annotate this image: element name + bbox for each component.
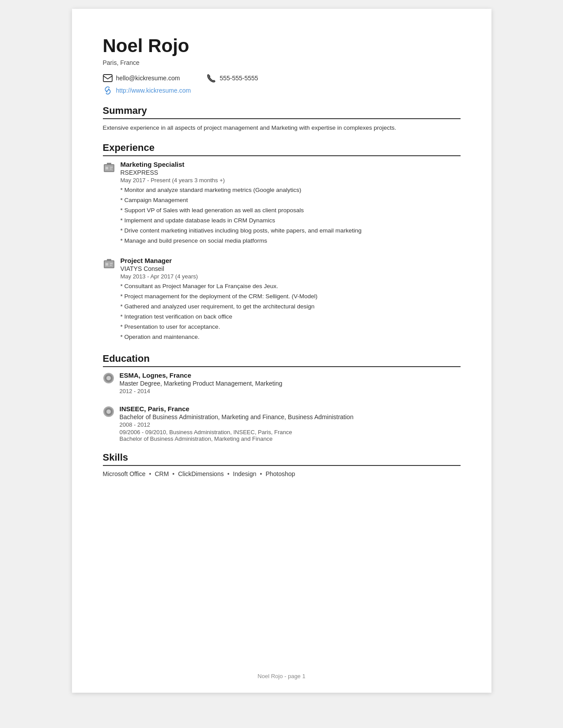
school-degree-2: Bachelor of Business Administration, Mar… <box>120 413 461 420</box>
school-content-1: ESMA, Lognes, France Master Degree, Mark… <box>120 372 461 395</box>
job-icon-1 <box>103 161 115 174</box>
location: Paris, France <box>103 59 461 66</box>
website-link[interactable]: http://www.kickresume.com <box>116 87 191 94</box>
experience-title: Experience <box>103 142 461 156</box>
skills-list: Microsoft Office • CRM • ClickDimensions… <box>103 470 461 477</box>
svg-rect-5 <box>106 167 108 169</box>
school-item-2: INSEEC, Paris, France Bachelor of Busine… <box>103 405 461 442</box>
footer-text: Noel Rojo - page 1 <box>257 673 305 679</box>
candidate-name: Noel Rojo <box>103 35 461 56</box>
contact-row-2: http://www.kickresume.com <box>103 86 461 95</box>
education-section: Education ESMA, Lognes, France Master De… <box>103 353 461 442</box>
job-company-1: RSEXPRESS <box>121 169 461 176</box>
skill-2: CRM <box>155 470 169 477</box>
skill-dot-4: • <box>260 470 262 477</box>
summary-section: Summary Extensive experience in all aspe… <box>103 105 461 132</box>
phone-value: 555-555-5555 <box>219 75 258 82</box>
school-icon-2 <box>103 406 114 417</box>
school-item-1: ESMA, Lognes, France Master Degree, Mark… <box>103 372 461 395</box>
school-extra-2a: 09/2006 - 09/2010, Business Administrati… <box>120 429 461 435</box>
svg-rect-13 <box>110 265 112 266</box>
skill-1: Microsoft Office <box>103 470 146 477</box>
job-title-2: Project Manager <box>121 257 461 264</box>
page-footer: Noel Rojo - page 1 <box>72 673 491 679</box>
skills-title: Skills <box>103 452 461 466</box>
header-section: Noel Rojo Paris, France hello@kickresume… <box>103 35 461 95</box>
svg-point-16 <box>106 376 111 380</box>
email-value: hello@kickresume.com <box>116 75 180 82</box>
svg-rect-12 <box>110 263 113 264</box>
website-contact: http://www.kickresume.com <box>103 86 191 95</box>
skills-section: Skills Microsoft Office • CRM • ClickDim… <box>103 452 461 477</box>
job-content-2: Project Manager VIATYS Conseil May 2013 … <box>121 257 461 342</box>
school-dates-1: 2012 - 2014 <box>120 388 461 394</box>
email-contact: hello@kickresume.com <box>103 73 180 83</box>
link-icon <box>103 86 113 95</box>
svg-rect-10 <box>107 259 111 261</box>
svg-rect-6 <box>110 167 113 168</box>
school-extra-2b: Bachelor of Business Administration, Mar… <box>120 435 461 442</box>
skill-dot-3: • <box>227 470 230 477</box>
resume-page: Noel Rojo Paris, France hello@kickresume… <box>72 9 491 693</box>
email-icon <box>103 73 113 83</box>
job-icon-2 <box>103 258 115 270</box>
job-item-1: Marketing Specialist RSEXPRESS May 2017 … <box>103 161 461 246</box>
school-icon-1 <box>103 372 114 384</box>
svg-rect-7 <box>110 169 112 169</box>
school-name-1: ESMA, Lognes, France <box>120 372 461 379</box>
skill-4: Indesign <box>233 470 257 477</box>
svg-rect-4 <box>107 163 111 165</box>
job-company-2: VIATYS Conseil <box>121 265 461 272</box>
job-title-1: Marketing Specialist <box>121 161 461 168</box>
phone-contact: 555-555-5555 <box>206 73 258 83</box>
svg-rect-11 <box>106 263 108 266</box>
education-title: Education <box>103 353 461 367</box>
summary-text: Extensive experience in all aspects of p… <box>103 124 461 132</box>
school-name-2: INSEEC, Paris, France <box>120 405 461 413</box>
skill-3: ClickDimensions <box>178 470 223 477</box>
summary-title: Summary <box>103 105 461 119</box>
school-content-2: INSEEC, Paris, France Bachelor of Busine… <box>120 405 461 442</box>
phone-icon <box>206 73 216 83</box>
job-bullets-2: * Consultant as Project Manager for La F… <box>121 281 461 342</box>
skill-5: Photoshop <box>265 470 295 477</box>
school-degree-1: Master Degree, Marketing Product Managem… <box>120 380 461 387</box>
experience-section: Experience Marketing Specialist RSEXPRES… <box>103 142 461 342</box>
job-dates-2: May 2013 - Apr 2017 (4 years) <box>121 273 461 280</box>
svg-point-19 <box>106 409 111 414</box>
svg-line-1 <box>106 89 109 92</box>
skill-dot-1: • <box>149 470 151 477</box>
school-dates-2: 2008 - 2012 <box>120 421 461 428</box>
svg-rect-0 <box>103 75 112 82</box>
contact-row-1: hello@kickresume.com 555-555-5555 <box>103 73 461 83</box>
job-dates-1: May 2017 - Present (4 years 3 months +) <box>121 177 461 184</box>
job-content-1: Marketing Specialist RSEXPRESS May 2017 … <box>121 161 461 246</box>
job-item-2: Project Manager VIATYS Conseil May 2013 … <box>103 257 461 342</box>
skill-dot-2: • <box>172 470 174 477</box>
job-bullets-1: * Monitor and analyze standard marketing… <box>121 185 461 246</box>
